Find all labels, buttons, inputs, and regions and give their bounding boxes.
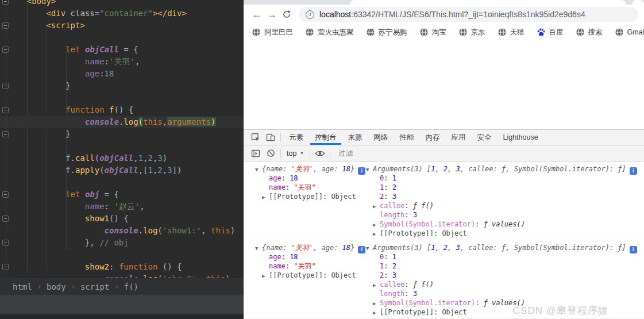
bookmark-item[interactable]: 搜索 (576, 28, 603, 37)
info-icon[interactable]: i (630, 167, 637, 175)
expand-arrow-icon[interactable]: ▶ (373, 299, 380, 308)
fold-marker-icon[interactable] (2, 191, 9, 198)
fold-rail (6, 0, 6, 278)
bookmark-item[interactable]: 阿里巴巴 (252, 28, 293, 37)
code-area[interactable]: <body> <div class="container"></div> <sc… (0, 0, 244, 278)
breadcrumb-item[interactable]: body (47, 282, 66, 291)
preview-token: Arguments(3) [ (373, 244, 431, 252)
collapse-arrow-icon[interactable]: ▼ (366, 244, 373, 253)
collapse-arrow-icon[interactable]: ▼ (255, 165, 262, 174)
console-property-row: 1: 2 (366, 183, 637, 192)
collapse-arrow-icon[interactable]: ▼ (366, 165, 373, 174)
key-value-separator: : (434, 229, 442, 237)
reload-icon[interactable] (279, 10, 294, 19)
adjacent-tab[interactable] (632, 0, 644, 5)
expand-arrow-icon[interactable]: ▶ (373, 202, 380, 211)
page-info-icon[interactable]: i (306, 10, 314, 19)
url-bar[interactable]: i localhost:63342/HTML/JS/ES6/This.html?… (299, 7, 638, 22)
breadcrumb-item[interactable]: script (80, 282, 110, 291)
devtools-tab-性能[interactable]: 性能 (394, 130, 420, 145)
preview-token: 2 (444, 244, 448, 252)
fold-marker-icon[interactable] (2, 264, 9, 270)
property-value: Object (442, 229, 466, 237)
info-icon[interactable]: i (630, 246, 637, 253)
expand-arrow-icon[interactable]: ▶ (373, 220, 380, 229)
fold-marker-icon[interactable] (2, 240, 9, 246)
bookmark-item[interactable]: 萤火虫惠聚 (305, 28, 354, 37)
devtools-tab-来源[interactable]: 来源 (342, 130, 368, 145)
code-line: console.log(this,arguments) (0, 116, 244, 128)
url-text[interactable]: localhost:63342/HTML/JS/ES6/This.html?_i… (319, 10, 585, 19)
expand-arrow-icon[interactable]: ▶ (373, 280, 380, 290)
code-token: objCall (105, 166, 138, 175)
devtools-tab-控制台[interactable]: 控制台 (309, 130, 342, 145)
fold-marker-icon[interactable] (2, 47, 9, 53)
fold-marker-icon[interactable] (2, 107, 9, 113)
fold-marker-icon[interactable] (2, 216, 9, 222)
collapse-arrow-icon[interactable]: ▼ (255, 244, 262, 253)
devtools-tab-应用[interactable]: 应用 (446, 130, 472, 145)
context-selector[interactable]: top ▼ (287, 149, 304, 157)
expand-arrow-icon[interactable]: ▶ (373, 229, 380, 239)
code-token: = { (119, 45, 138, 54)
forward-icon[interactable]: → (264, 7, 279, 22)
fold-marker-icon[interactable] (2, 0, 9, 5)
object-preview[interactable]: ▼Arguments(3) [1, 2, 3, callee: ƒ, Symbo… (366, 164, 637, 174)
device-toolbar-icon[interactable] (263, 130, 278, 145)
expand-arrow-icon[interactable]: ▶ (262, 193, 269, 202)
preview-token: , (448, 165, 456, 173)
inspect-element-icon[interactable] (248, 130, 263, 145)
fold-marker-icon[interactable] (2, 131, 9, 137)
devtools-tab-网络[interactable]: 网络 (368, 130, 394, 145)
object-preview[interactable]: ▼{name: '关羽', age: 18}i (255, 243, 366, 252)
live-expression-eye-icon[interactable] (313, 146, 327, 161)
console-sidebar-icon[interactable] (248, 146, 263, 161)
browser-tab-strip[interactable] (244, 0, 644, 5)
key-value-separator: : (434, 308, 442, 316)
key-value-separator: : (475, 220, 483, 228)
divider (280, 149, 281, 158)
code-token: ></div> (153, 9, 187, 18)
clear-console-icon[interactable] (263, 146, 278, 161)
bookmark-item[interactable]: 京东 (458, 28, 485, 37)
breadcrumb-item[interactable]: html (13, 282, 32, 291)
console-property-row: ▶callee: ƒ f() (366, 280, 637, 289)
code-line (0, 249, 244, 261)
editor-bottom-bar (0, 314, 244, 319)
console-filter-input[interactable] (337, 149, 500, 158)
devtools-tab-安全[interactable]: 安全 (472, 130, 498, 145)
code-token: let (65, 190, 85, 199)
devtools-tab-元素[interactable]: 元素 (283, 130, 309, 145)
console-toolbar: top ▼ (244, 145, 644, 162)
back-icon[interactable]: ← (249, 7, 264, 22)
globe-icon (419, 28, 429, 37)
console-property-row: 0: 1 (366, 174, 637, 183)
fold-marker-icon[interactable] (2, 22, 9, 29)
fold-marker-icon[interactable] (2, 83, 9, 89)
bookmark-item[interactable]: 百度 (537, 28, 564, 37)
bookmark-item[interactable]: 天猫 (498, 28, 525, 37)
breadcrumb-item[interactable]: f() (124, 282, 138, 291)
code-token: // obj (99, 238, 129, 247)
bookmark-item[interactable]: Gmail (615, 28, 644, 37)
object-preview[interactable]: ▼{name: '关羽', age: 18}i (255, 164, 366, 174)
code-line: let obj = { (0, 189, 244, 201)
info-icon[interactable]: i (358, 246, 365, 253)
code-token (7, 105, 65, 114)
info-icon[interactable]: i (358, 167, 365, 175)
editor-status-band (0, 295, 244, 314)
devtools-tab-Lighthouse[interactable]: Lighthouse (498, 130, 544, 145)
watermark: CSDN @攀登程序猿 (513, 304, 608, 317)
code-line: <body> (0, 0, 244, 7)
bookmark-item[interactable]: 淘宝 (419, 28, 446, 37)
code-token (7, 226, 105, 235)
code-token: ( (157, 226, 162, 235)
property-value: 18 (290, 174, 298, 182)
devtools-tab-内存[interactable]: 内存 (420, 130, 446, 145)
code-token: } (7, 81, 71, 90)
expand-arrow-icon[interactable]: ▶ (262, 271, 269, 280)
active-tab[interactable] (350, 0, 626, 5)
object-preview[interactable]: ▼Arguments(3) [1, 2, 3, callee: ƒ, Symbo… (366, 243, 637, 252)
expand-arrow-icon[interactable]: ▶ (373, 308, 380, 317)
bookmark-item[interactable]: 苏宁易购 (366, 28, 407, 37)
